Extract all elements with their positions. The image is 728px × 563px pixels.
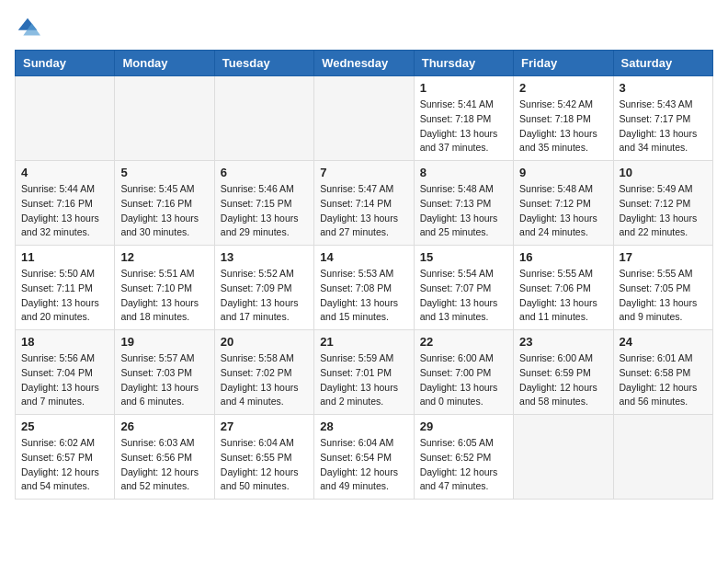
calendar-cell: 22Sunrise: 6:00 AMSunset: 7:00 PMDayligh… bbox=[414, 330, 513, 415]
day-number: 10 bbox=[620, 166, 707, 179]
calendar-cell: 18Sunrise: 5:56 AMSunset: 7:04 PMDayligh… bbox=[16, 330, 115, 415]
calendar-cell: 24Sunrise: 6:01 AMSunset: 6:58 PMDayligh… bbox=[613, 330, 712, 415]
day-number: 7 bbox=[320, 166, 407, 179]
day-info: Sunrise: 5:41 AMSunset: 7:18 PMDaylight:… bbox=[420, 98, 507, 155]
calendar-cell: 17Sunrise: 5:55 AMSunset: 7:05 PMDayligh… bbox=[613, 246, 712, 330]
calendar-cell: 6Sunrise: 5:46 AMSunset: 7:15 PMDaylight… bbox=[214, 161, 313, 246]
calendar-week-row: 18Sunrise: 5:56 AMSunset: 7:04 PMDayligh… bbox=[16, 330, 713, 415]
day-number: 26 bbox=[120, 419, 208, 433]
day-number: 13 bbox=[221, 250, 308, 264]
calendar-cell: 19Sunrise: 5:57 AMSunset: 7:03 PMDayligh… bbox=[115, 330, 214, 415]
calendar-week-row: 11Sunrise: 5:50 AMSunset: 7:11 PMDayligh… bbox=[16, 246, 713, 330]
calendar-cell: 14Sunrise: 5:53 AMSunset: 7:08 PMDayligh… bbox=[314, 246, 414, 330]
calendar-cell: 29Sunrise: 6:05 AMSunset: 6:52 PMDayligh… bbox=[414, 415, 513, 500]
day-info: Sunrise: 5:52 AMSunset: 7:09 PMDaylight:… bbox=[221, 267, 308, 325]
day-number: 5 bbox=[120, 166, 208, 179]
calendar-cell: 10Sunrise: 5:49 AMSunset: 7:12 PMDayligh… bbox=[613, 161, 712, 246]
day-number: 6 bbox=[221, 166, 308, 179]
calendar-cell bbox=[613, 415, 712, 500]
day-info: Sunrise: 6:05 AMSunset: 6:52 PMDaylight:… bbox=[420, 436, 507, 494]
day-number: 11 bbox=[21, 250, 108, 264]
calendar-cell bbox=[514, 415, 613, 500]
calendar-header-row: SundayMondayTuesdayWednesdayThursdayFrid… bbox=[16, 51, 713, 76]
day-of-week-header: Friday bbox=[514, 51, 613, 76]
day-info: Sunrise: 6:04 AMSunset: 6:54 PMDaylight:… bbox=[320, 436, 407, 494]
day-number: 14 bbox=[320, 250, 407, 264]
day-info: Sunrise: 5:53 AMSunset: 7:08 PMDaylight:… bbox=[320, 267, 407, 325]
day-number: 15 bbox=[420, 250, 507, 264]
day-number: 12 bbox=[120, 250, 208, 264]
day-info: Sunrise: 6:01 AMSunset: 6:58 PMDaylight:… bbox=[620, 351, 707, 409]
calendar-cell: 11Sunrise: 5:50 AMSunset: 7:11 PMDayligh… bbox=[16, 246, 115, 330]
day-info: Sunrise: 5:58 AMSunset: 7:02 PMDaylight:… bbox=[221, 351, 308, 409]
calendar-cell: 23Sunrise: 6:00 AMSunset: 6:59 PMDayligh… bbox=[514, 330, 613, 415]
calendar-cell bbox=[115, 76, 214, 161]
day-number: 24 bbox=[620, 335, 707, 349]
calendar-cell: 20Sunrise: 5:58 AMSunset: 7:02 PMDayligh… bbox=[214, 330, 313, 415]
day-number: 18 bbox=[21, 335, 108, 349]
day-info: Sunrise: 5:51 AMSunset: 7:10 PMDaylight:… bbox=[120, 267, 208, 325]
calendar-cell: 2Sunrise: 5:42 AMSunset: 7:18 PMDaylight… bbox=[514, 76, 613, 161]
day-info: Sunrise: 5:46 AMSunset: 7:15 PMDaylight:… bbox=[221, 182, 308, 240]
day-info: Sunrise: 5:42 AMSunset: 7:18 PMDaylight:… bbox=[519, 98, 607, 155]
calendar-cell: 9Sunrise: 5:48 AMSunset: 7:12 PMDaylight… bbox=[514, 161, 613, 246]
day-number: 27 bbox=[221, 419, 308, 433]
day-info: Sunrise: 5:55 AMSunset: 7:05 PMDaylight:… bbox=[620, 267, 707, 325]
calendar-cell bbox=[214, 76, 313, 161]
calendar-cell bbox=[314, 76, 414, 161]
calendar-cell: 1Sunrise: 5:41 AMSunset: 7:18 PMDaylight… bbox=[414, 76, 513, 161]
day-of-week-header: Sunday bbox=[16, 51, 115, 76]
day-number: 21 bbox=[320, 335, 407, 349]
day-number: 28 bbox=[320, 419, 407, 433]
day-number: 29 bbox=[420, 419, 507, 433]
day-info: Sunrise: 5:48 AMSunset: 7:12 PMDaylight:… bbox=[519, 182, 607, 240]
day-number: 2 bbox=[519, 81, 607, 95]
calendar-cell: 3Sunrise: 5:43 AMSunset: 7:17 PMDaylight… bbox=[613, 76, 712, 161]
day-info: Sunrise: 5:59 AMSunset: 7:01 PMDaylight:… bbox=[320, 351, 407, 409]
day-number: 9 bbox=[519, 166, 607, 179]
day-info: Sunrise: 5:50 AMSunset: 7:11 PMDaylight:… bbox=[21, 267, 108, 325]
calendar-cell: 21Sunrise: 5:59 AMSunset: 7:01 PMDayligh… bbox=[314, 330, 414, 415]
calendar-table: SundayMondayTuesdayWednesdayThursdayFrid… bbox=[15, 50, 713, 500]
calendar-week-row: 1Sunrise: 5:41 AMSunset: 7:18 PMDaylight… bbox=[16, 76, 713, 161]
calendar-cell bbox=[16, 76, 115, 161]
day-info: Sunrise: 5:47 AMSunset: 7:14 PMDaylight:… bbox=[320, 182, 407, 240]
day-number: 1 bbox=[420, 81, 507, 95]
logo bbox=[15, 15, 44, 40]
day-info: Sunrise: 6:02 AMSunset: 6:57 PMDaylight:… bbox=[21, 436, 108, 494]
day-info: Sunrise: 6:04 AMSunset: 6:55 PMDaylight:… bbox=[221, 436, 308, 494]
calendar-cell: 15Sunrise: 5:54 AMSunset: 7:07 PMDayligh… bbox=[414, 246, 513, 330]
day-info: Sunrise: 5:56 AMSunset: 7:04 PMDaylight:… bbox=[21, 351, 108, 409]
day-number: 3 bbox=[620, 81, 707, 95]
calendar-cell: 5Sunrise: 5:45 AMSunset: 7:16 PMDaylight… bbox=[115, 161, 214, 246]
day-info: Sunrise: 5:57 AMSunset: 7:03 PMDaylight:… bbox=[120, 351, 208, 409]
day-of-week-header: Saturday bbox=[613, 51, 712, 76]
calendar-cell: 28Sunrise: 6:04 AMSunset: 6:54 PMDayligh… bbox=[314, 415, 414, 500]
logo-icon bbox=[15, 15, 40, 40]
day-info: Sunrise: 5:44 AMSunset: 7:16 PMDaylight:… bbox=[21, 182, 108, 240]
day-of-week-header: Wednesday bbox=[314, 51, 414, 76]
calendar-cell: 4Sunrise: 5:44 AMSunset: 7:16 PMDaylight… bbox=[16, 161, 115, 246]
day-number: 25 bbox=[21, 419, 108, 433]
day-info: Sunrise: 6:03 AMSunset: 6:56 PMDaylight:… bbox=[120, 436, 208, 494]
calendar-cell: 12Sunrise: 5:51 AMSunset: 7:10 PMDayligh… bbox=[115, 246, 214, 330]
day-number: 22 bbox=[420, 335, 507, 349]
day-info: Sunrise: 5:49 AMSunset: 7:12 PMDaylight:… bbox=[620, 182, 707, 240]
day-number: 23 bbox=[519, 335, 607, 349]
day-number: 16 bbox=[519, 250, 607, 264]
day-info: Sunrise: 6:00 AMSunset: 6:59 PMDaylight:… bbox=[519, 351, 607, 409]
day-number: 19 bbox=[120, 335, 208, 349]
day-number: 17 bbox=[620, 250, 707, 264]
calendar-cell: 27Sunrise: 6:04 AMSunset: 6:55 PMDayligh… bbox=[214, 415, 313, 500]
day-number: 8 bbox=[420, 166, 507, 179]
calendar-cell: 7Sunrise: 5:47 AMSunset: 7:14 PMDaylight… bbox=[314, 161, 414, 246]
page-header bbox=[15, 15, 713, 40]
calendar-cell: 8Sunrise: 5:48 AMSunset: 7:13 PMDaylight… bbox=[414, 161, 513, 246]
day-of-week-header: Thursday bbox=[414, 51, 513, 76]
calendar-week-row: 25Sunrise: 6:02 AMSunset: 6:57 PMDayligh… bbox=[16, 415, 713, 500]
calendar-cell: 16Sunrise: 5:55 AMSunset: 7:06 PMDayligh… bbox=[514, 246, 613, 330]
day-of-week-header: Tuesday bbox=[214, 51, 313, 76]
calendar-week-row: 4Sunrise: 5:44 AMSunset: 7:16 PMDaylight… bbox=[16, 161, 713, 246]
day-info: Sunrise: 6:00 AMSunset: 7:00 PMDaylight:… bbox=[420, 351, 507, 409]
calendar-cell: 13Sunrise: 5:52 AMSunset: 7:09 PMDayligh… bbox=[214, 246, 313, 330]
